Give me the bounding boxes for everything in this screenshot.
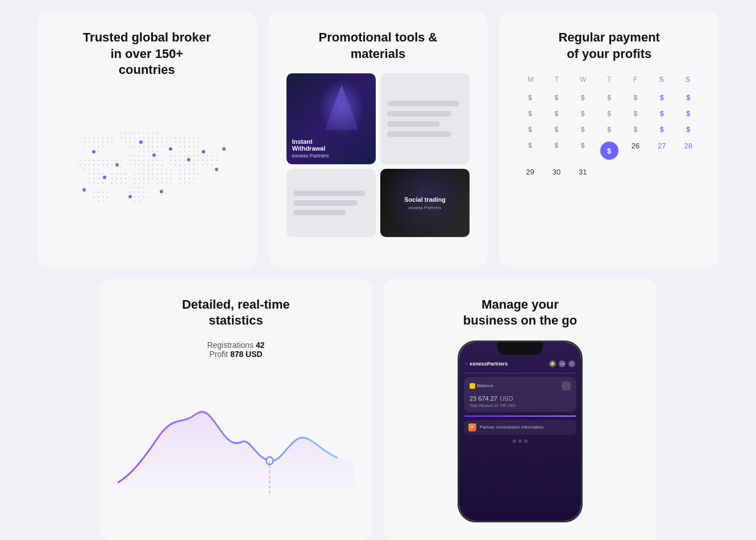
cal-cell: $ xyxy=(596,106,621,121)
nav-dot xyxy=(513,439,516,443)
cal-day-t2: T xyxy=(596,73,622,86)
card3-title: Regular payment of your profits xyxy=(517,30,701,62)
map-dot xyxy=(103,176,106,179)
notif-icon: 🔔 xyxy=(549,360,556,367)
card-promo: Promotional tools & materials Instant Wi… xyxy=(268,11,488,267)
cal-cell: $ xyxy=(544,106,569,121)
cal-active-day: $ xyxy=(600,142,618,160)
cal-day-s1: S xyxy=(649,73,675,86)
promo-grid: Instant Withdrawal exness Partners S xyxy=(286,73,470,237)
commission-label: Partner commission information xyxy=(480,425,543,430)
promo-line-7 xyxy=(293,210,346,215)
stats-info: Registrations 42 Profit 878 USD xyxy=(118,340,354,359)
cal-cell: $ xyxy=(596,122,621,137)
cal-cell: $ xyxy=(623,122,648,137)
chart-container xyxy=(118,370,354,495)
phone-container: ≡ exnessPartners 🔔 ▭ ○ xyxy=(402,340,638,522)
stats-chart xyxy=(118,370,354,495)
cal-cell: $ xyxy=(676,122,701,137)
cal-cell: $ xyxy=(517,138,542,163)
balance-sub: Total Reward 24 745 USD xyxy=(470,404,571,408)
world-map xyxy=(55,90,239,249)
cal-cell: $ xyxy=(623,106,648,121)
phone-accent-divider xyxy=(464,416,576,417)
cal-day-s2: S xyxy=(675,73,701,86)
cal-cell: $ xyxy=(570,90,595,105)
phone-screen: ≡ exnessPartners 🔔 ▭ ○ xyxy=(459,342,581,521)
cal-cell: 28 xyxy=(676,138,701,163)
promo-line-2 xyxy=(387,111,451,117)
exness-logo-small: exness Partners xyxy=(409,205,442,210)
banner-withdrawal-text: Instant Withdrawal xyxy=(292,138,329,152)
map-dot xyxy=(215,168,218,171)
cal-cell: 30 xyxy=(544,164,569,180)
phone-notch xyxy=(497,342,543,355)
card-statistics: Detailed, real-time statistics Registrat… xyxy=(99,279,372,540)
promo-line-5 xyxy=(293,190,365,196)
map-dot xyxy=(82,188,86,192)
card4-title: Detailed, real-time statistics xyxy=(118,297,354,329)
cal-cell: $ xyxy=(676,106,701,121)
map-dot xyxy=(115,163,119,167)
top-row: Trusted global broker in over 150+ count… xyxy=(37,11,719,267)
cal-cell: $ xyxy=(649,90,674,105)
cal-cell-empty xyxy=(596,164,621,180)
balance-header: Balance xyxy=(470,381,571,391)
bottom-nav xyxy=(459,439,581,443)
bottom-row: Detailed, real-time statistics Registrat… xyxy=(37,279,719,540)
cal-cell: $ xyxy=(596,90,621,105)
cal-cell: $ xyxy=(570,138,595,163)
balance-icon xyxy=(470,383,475,389)
cal-cell: 27 xyxy=(649,138,674,163)
card-mobile: Manage your business on the go ≡ exnessP… xyxy=(384,279,657,540)
map-dot xyxy=(152,153,156,157)
map-dot xyxy=(202,150,205,153)
social-trading-label: Social trading xyxy=(404,196,446,203)
map-dots-overlay xyxy=(55,90,239,249)
map-dot xyxy=(222,147,226,151)
banner-logo: exness Partners xyxy=(292,153,329,159)
cal-cell: $ xyxy=(544,138,569,163)
cal-cell-empty xyxy=(676,164,701,180)
balance-label: Balance xyxy=(470,383,493,389)
calendar: M T W T F S S $ $ $ $ $ $ $ xyxy=(517,73,701,180)
cal-day-w: W xyxy=(570,73,596,86)
card2-title: Promotional tools & materials xyxy=(286,30,470,62)
nav-dot xyxy=(518,439,522,443)
cal-cell: $ xyxy=(623,90,648,105)
balance-card: Balance 23 674.27 USD Total Reward 24 74… xyxy=(464,377,576,412)
calendar-header: M T W T F S S xyxy=(517,73,701,86)
cal-cell: $ xyxy=(570,122,595,137)
chart-fill xyxy=(118,412,354,495)
cal-cell: 29 xyxy=(517,164,542,180)
calendar-body: $ $ $ $ $ $ $ $ $ $ $ $ $ $ $ xyxy=(517,90,701,180)
promo-line-6 xyxy=(293,200,358,206)
card-payment: Regular payment of your profits M T W T … xyxy=(499,11,719,267)
map-dot xyxy=(160,190,163,193)
profit-label: Profit xyxy=(209,350,228,359)
cal-day-t1: T xyxy=(543,73,570,86)
phone-brand: exnessPartners xyxy=(470,361,508,367)
phone-divider xyxy=(465,373,575,373)
phone: ≡ exnessPartners 🔔 ▭ ○ xyxy=(458,340,583,522)
map-dot xyxy=(187,158,190,161)
cal-cell: $ xyxy=(517,90,542,105)
promo-line-1 xyxy=(387,101,459,106)
cal-cell-empty xyxy=(623,164,648,180)
registrations-value: 42 xyxy=(256,340,265,350)
balance-action[interactable] xyxy=(562,381,571,391)
cal-cell: 26 xyxy=(623,138,648,163)
commission-card: ✕ Partner commission information xyxy=(464,420,576,435)
cal-cell: $ xyxy=(649,122,674,137)
card5-title: Manage your business on the go xyxy=(402,297,638,329)
cal-cell: $ xyxy=(517,106,542,121)
map-dot xyxy=(139,140,143,144)
cal-cell: $ xyxy=(544,122,569,137)
cal-day-m: M xyxy=(517,73,543,86)
profit-value: 878 USD xyxy=(230,350,263,359)
commission-icon: ✕ xyxy=(468,423,476,431)
phone-icons: 🔔 ▭ ○ xyxy=(549,360,575,367)
cal-cell: $ xyxy=(649,106,674,121)
promo-banner-social: Social trading exness Partners xyxy=(380,169,470,237)
cal-cell: 31 xyxy=(570,164,595,180)
